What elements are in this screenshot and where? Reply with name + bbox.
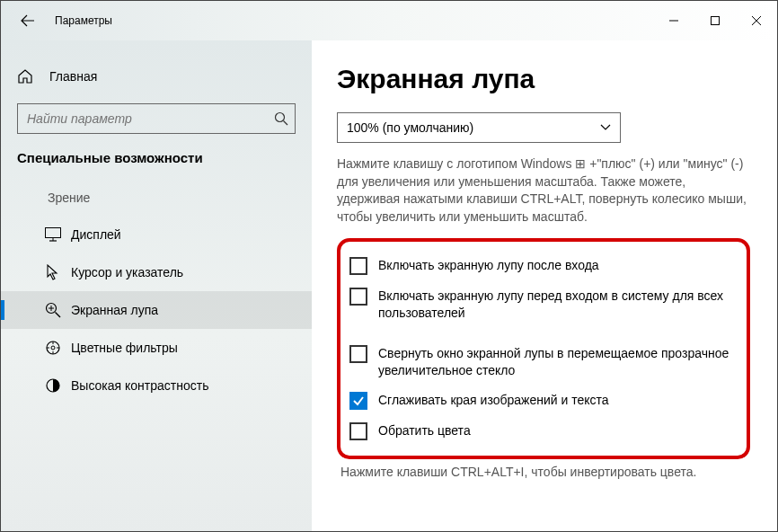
minimize-button[interactable]: [653, 6, 694, 35]
svg-rect-1: [712, 17, 720, 25]
checkbox-box: [349, 392, 367, 410]
contrast-icon: [44, 377, 62, 395]
zoom-help-text: Нажмите клавишу с логотипом Windows ⊞ +"…: [337, 155, 750, 226]
checkbox-label: Включать экранную лупу перед входом в си…: [378, 288, 734, 322]
checkbox-collapse-lens[interactable]: Свернуть окно экранной лупы в перемещаем…: [349, 339, 734, 386]
checkbox-box: [349, 422, 367, 440]
search-icon: [268, 111, 295, 126]
checkbox-label: Сглаживать края изображений и текста: [378, 392, 609, 409]
checkbox-label: Включать экранную лупу после входа: [378, 257, 599, 274]
sidebar-item-label: Высокая контрастность: [71, 378, 208, 393]
checkbox-box: [349, 288, 367, 306]
section-caption: Зрение: [1, 191, 312, 216]
home-icon: [17, 68, 33, 84]
app-title: Параметры: [55, 14, 112, 27]
sidebar-item-cursor[interactable]: Курсор и указатель: [1, 253, 312, 291]
sidebar-item-magnifier[interactable]: Экранная лупа: [1, 291, 312, 329]
home-nav[interactable]: Главная: [1, 62, 312, 91]
magnifier-icon: [44, 301, 62, 319]
color-filter-icon: [44, 339, 62, 357]
titlebar: Параметры: [1, 1, 777, 40]
close-button[interactable]: [736, 6, 777, 35]
cursor-icon: [44, 263, 62, 281]
sidebar-item-contrast[interactable]: Высокая контрастность: [1, 367, 312, 404]
zoom-dropdown[interactable]: 100% (по умолчанию): [337, 112, 621, 143]
sidebar-item-label: Цветные фильтры: [71, 341, 178, 355]
page-title: Экранная лупа: [337, 64, 750, 94]
back-button[interactable]: [13, 6, 42, 35]
arrow-left-icon: [21, 13, 35, 28]
checkbox-box: [349, 345, 367, 363]
svg-line-8: [56, 313, 61, 318]
checkbox-invert-colors[interactable]: Обратить цвета: [349, 416, 734, 447]
dropdown-value: 100% (по умолчанию): [347, 120, 473, 135]
svg-rect-4: [46, 228, 61, 238]
main-panel: Экранная лупа 100% (по умолчанию) Нажмит…: [312, 40, 777, 531]
checkbox-box: [349, 257, 367, 275]
svg-line-3: [284, 121, 288, 126]
invert-hint: Нажмите клавиши CTRL+ALT+I, чтобы инверт…: [337, 465, 750, 479]
checkbox-label: Свернуть окно экранной лупы в перемещаем…: [378, 345, 734, 379]
sidebar-item-display[interactable]: Дисплей: [1, 216, 312, 253]
chevron-down-icon: [600, 124, 611, 131]
category-header: Специальные возможности: [1, 150, 312, 191]
sidebar-item-label: Курсор и указатель: [71, 265, 183, 279]
checkbox-after-signin[interactable]: Включать экранную лупу после входа: [349, 251, 734, 281]
minimize-icon: [669, 16, 678, 25]
display-icon: [44, 226, 62, 244]
sidebar-item-label: Дисплей: [71, 227, 121, 242]
close-icon: [752, 16, 761, 25]
maximize-icon: [711, 16, 720, 25]
home-label: Главная: [49, 69, 97, 84]
checkbox-before-signin[interactable]: Включать экранную лупу перед входом в си…: [349, 281, 734, 328]
svg-point-12: [51, 346, 55, 350]
checkbox-label: Обратить цвета: [378, 422, 471, 439]
window-controls: [653, 6, 777, 35]
sidebar: Главная Специальные возможности Зрение Д…: [1, 40, 312, 531]
svg-point-2: [276, 113, 285, 122]
search-input[interactable]: [18, 111, 268, 126]
sidebar-item-label: Экранная лупа: [71, 303, 158, 317]
maximize-button[interactable]: [694, 6, 736, 35]
search-box[interactable]: [17, 103, 296, 134]
checkbox-smooth-edges[interactable]: Сглаживать края изображений и текста: [349, 386, 734, 416]
sidebar-item-colorfilters[interactable]: Цветные фильтры: [1, 329, 312, 367]
highlight-box: Включать экранную лупу после входа Включ…: [337, 238, 750, 459]
